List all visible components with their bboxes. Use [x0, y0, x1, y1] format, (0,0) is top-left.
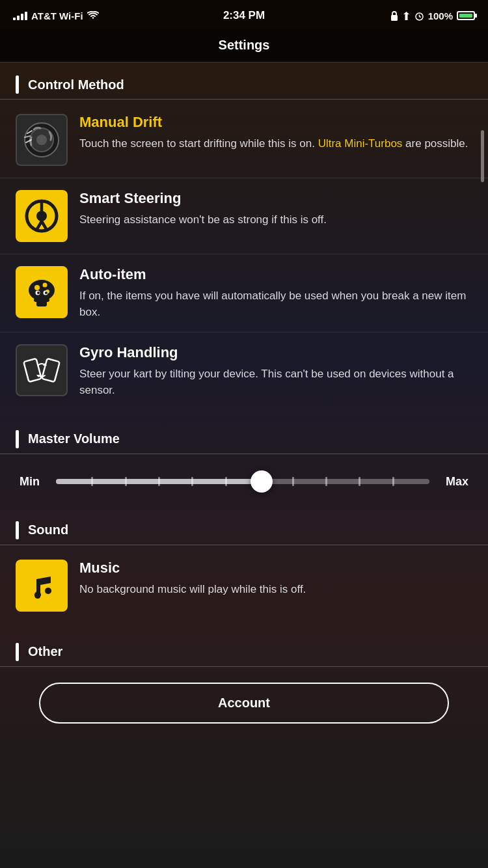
auto-item-item[interactable]: Auto-item If on, the items you have will…: [0, 254, 488, 332]
scrollbar[interactable]: [481, 130, 484, 182]
svg-point-27: [45, 588, 51, 594]
music-desc: No background music will play while this…: [79, 582, 472, 598]
auto-item-text: Auto-item If on, the items you have will…: [79, 266, 472, 320]
gyro-svg: [22, 351, 61, 390]
music-name: Music: [79, 560, 472, 576]
page-title: Settings: [219, 38, 270, 52]
manual-drift-name: Manual Drift: [79, 114, 472, 131]
slider-thumb[interactable]: [251, 470, 273, 493]
alarm-icon: [414, 11, 424, 21]
sound-section-header: Sound: [0, 508, 488, 545]
music-note-svg: [25, 569, 59, 603]
other-title: Other: [28, 644, 62, 659]
tick-9: [359, 477, 360, 486]
svg-point-26: [34, 591, 41, 598]
tick-1: [91, 477, 93, 486]
account-section: Account: [0, 670, 488, 737]
music-text: Music No background music will play whil…: [79, 560, 472, 598]
page-header: Settings: [0, 29, 488, 62]
location-icon: [402, 11, 411, 21]
svg-line-11: [42, 221, 46, 229]
smart-steering-text: Smart Steering Steering assistance won't…: [79, 190, 472, 228]
svg-point-12: [29, 280, 55, 301]
manual-drift-text: Manual Drift Touch the screen to start d…: [79, 114, 472, 152]
slider-ticks: [56, 479, 429, 484]
svg-rect-0: [391, 15, 398, 21]
auto-item-desc: If on, the items you have will automatic…: [79, 288, 472, 320]
section-accent-volume: [16, 430, 19, 448]
gyro-handling-desc: Steer your kart by tilting your device. …: [79, 366, 472, 398]
settings-content: Control Method Manual Drift Touch: [0, 62, 488, 763]
section-accent: [16, 75, 19, 94]
tick-2: [125, 477, 127, 486]
manual-drift-icon: [16, 114, 68, 166]
svg-point-8: [36, 211, 47, 221]
sound-title: Sound: [28, 522, 68, 537]
other-section-header: Other: [0, 630, 488, 667]
smart-steering-desc: Steering assistance won't be as strong i…: [79, 212, 472, 228]
tick-5: [225, 477, 227, 486]
account-button[interactable]: Account: [39, 683, 449, 724]
svg-point-13: [34, 285, 40, 290]
control-method-section-header: Control Method: [0, 62, 488, 100]
svg-point-14: [43, 283, 47, 288]
status-time: 2:34 PM: [223, 9, 265, 22]
volume-control: Min Max: [0, 457, 488, 502]
svg-point-21: [45, 292, 47, 294]
volume-max-label: Max: [440, 475, 468, 489]
gyro-handling-item[interactable]: Gyro Handling Steer your kart by tilting…: [0, 332, 488, 410]
gyro-handling-icon: [16, 344, 68, 396]
tire-svg: [22, 120, 61, 159]
smart-steering-icon: [16, 190, 68, 242]
signal-bars: [13, 12, 27, 20]
svg-point-6: [36, 135, 47, 145]
status-right: 100%: [390, 10, 475, 21]
svg-rect-22: [23, 359, 42, 382]
battery-label: 100%: [428, 10, 453, 21]
svg-point-20: [37, 292, 40, 294]
tick-10: [392, 477, 394, 486]
tick-8: [325, 477, 327, 486]
wifi-icon: [87, 11, 99, 20]
mushroom-svg: [23, 273, 61, 311]
carrier-label: AT&T Wi-Fi: [31, 10, 83, 21]
steering-wheel-svg: [23, 197, 61, 235]
music-icon: [16, 560, 68, 612]
gyro-handling-name: Gyro Handling: [79, 344, 472, 361]
svg-rect-23: [42, 359, 60, 382]
master-volume-title: Master Volume: [28, 431, 120, 446]
tick-3: [158, 477, 160, 486]
tick-7: [292, 477, 294, 486]
smart-steering-item[interactable]: Smart Steering Steering assistance won't…: [0, 178, 488, 254]
lock-icon: [390, 11, 398, 21]
volume-slider[interactable]: [56, 479, 429, 484]
battery-indicator: [457, 11, 475, 20]
auto-item-icon: [16, 266, 68, 318]
svg-rect-17: [34, 298, 49, 302]
status-left: AT&T Wi-Fi: [13, 10, 99, 21]
manual-drift-item[interactable]: Manual Drift Touch the screen to start d…: [0, 102, 488, 178]
gyro-handling-text: Gyro Handling Steer your kart by tilting…: [79, 344, 472, 398]
manual-drift-desc: Touch the screen to start drifting while…: [79, 136, 472, 152]
master-volume-section-header: Master Volume: [0, 417, 488, 454]
music-item[interactable]: Music No background music will play whil…: [0, 548, 488, 623]
tick-4: [191, 477, 193, 486]
status-bar: AT&T Wi-Fi 2:34 PM 100%: [0, 0, 488, 29]
section-accent-sound: [16, 521, 19, 539]
smart-steering-name: Smart Steering: [79, 190, 472, 207]
auto-item-name: Auto-item: [79, 266, 472, 283]
svg-rect-28: [36, 579, 51, 581]
volume-min-label: Min: [20, 475, 46, 489]
section-accent-other: [16, 643, 19, 661]
volume-row: Min Max: [20, 475, 468, 489]
ultra-mini-turbos-link: Ultra Mini-Turbos: [318, 137, 403, 150]
control-method-title: Control Method: [28, 77, 124, 92]
